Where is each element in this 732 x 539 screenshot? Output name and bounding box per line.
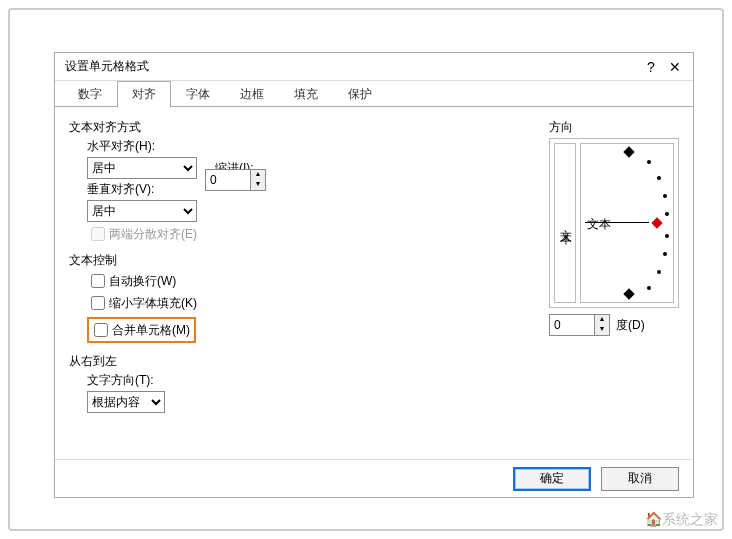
ok-button[interactable]: 确定: [513, 467, 591, 491]
watermark: 🏠系统之家: [645, 511, 718, 529]
dialog-title: 设置单元格格式: [65, 58, 639, 75]
orientation--90[interactable]: [623, 288, 634, 299]
close-button[interactable]: ✕: [663, 59, 687, 75]
tab-protection[interactable]: 保护: [333, 81, 387, 107]
degree-down-icon[interactable]: ▼: [595, 325, 609, 335]
group-rtl: 从右到左: [69, 353, 679, 370]
orientation-handle-icon[interactable]: [651, 217, 662, 228]
degree-up-icon[interactable]: ▲: [595, 315, 609, 325]
merge-cells-label: 合并单元格(M): [112, 322, 190, 339]
merge-cells-checkbox[interactable]: [94, 323, 108, 337]
indent-input[interactable]: [206, 170, 250, 190]
degree-spinner[interactable]: ▲ ▼: [549, 314, 610, 336]
tab-number[interactable]: 数字: [63, 81, 117, 107]
tab-content: 文本对齐方式 水平对齐(H): 居中 缩进(I): 垂直对齐(V): 居中: [55, 107, 693, 459]
indent-spinner[interactable]: ▲ ▼: [205, 169, 266, 191]
tab-fill[interactable]: 填充: [279, 81, 333, 107]
wrap-text-checkbox[interactable]: [91, 274, 105, 288]
horizontal-align-select[interactable]: 居中: [87, 157, 197, 179]
justify-distributed-checkbox: [91, 227, 105, 241]
indent-up-icon[interactable]: ▲: [251, 170, 265, 180]
format-cells-dialog: 设置单元格格式 ? ✕ 数字 对齐 字体 边框 填充 保护 文本对齐方式 水平对…: [54, 52, 694, 498]
orientation-center-label: 文本: [587, 216, 611, 233]
text-direction-select[interactable]: 根据内容: [87, 391, 165, 413]
orientation-box: 文本 文本: [549, 138, 679, 308]
orientation-panel: 方向 文本 文本: [549, 115, 679, 336]
wrap-text-label: 自动换行(W): [109, 273, 176, 290]
degree-label: 度(D): [616, 317, 645, 334]
orientation-arc[interactable]: 文本: [580, 143, 674, 303]
group-orientation: 方向: [549, 119, 679, 136]
tab-strip: 数字 对齐 字体 边框 填充 保护: [55, 81, 693, 107]
degree-input[interactable]: [550, 315, 594, 335]
indent-down-icon[interactable]: ▼: [251, 180, 265, 190]
cancel-button[interactable]: 取消: [601, 467, 679, 491]
dialog-footer: 确定 取消: [55, 459, 693, 497]
vertical-text-button[interactable]: 文本: [554, 143, 576, 303]
orientation-90[interactable]: [623, 146, 634, 157]
justify-distributed-label: 两端分散对齐(E): [109, 226, 197, 243]
tab-alignment[interactable]: 对齐: [117, 81, 171, 107]
tab-border[interactable]: 边框: [225, 81, 279, 107]
titlebar: 设置单元格格式 ? ✕: [55, 53, 693, 81]
label-text-direction: 文字方向(T):: [87, 372, 679, 389]
shrink-fit-label: 缩小字体填充(K): [109, 295, 197, 312]
shrink-fit-checkbox[interactable]: [91, 296, 105, 310]
vertical-align-select[interactable]: 居中: [87, 200, 197, 222]
tab-font[interactable]: 字体: [171, 81, 225, 107]
help-button[interactable]: ?: [639, 59, 663, 75]
orientation-line: [585, 222, 649, 223]
merge-cells-row[interactable]: 合并单元格(M): [87, 317, 196, 343]
